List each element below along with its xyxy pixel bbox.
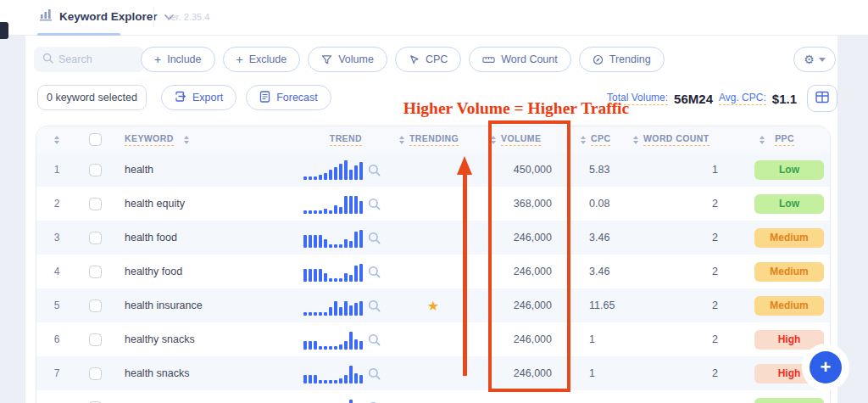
search-input[interactable] [58, 53, 135, 65]
window-edge-sliver [0, 22, 8, 39]
table-row[interactable]: 3health food246,0003.462Medium [36, 221, 830, 255]
table-grid-icon [815, 91, 829, 106]
row-checkbox[interactable] [89, 232, 102, 244]
row-checkbox[interactable] [89, 299, 102, 312]
filter-button-trending[interactable]: Trending [579, 47, 665, 72]
ppc-badge: Medium [754, 262, 824, 282]
column-settings-button[interactable] [807, 85, 837, 112]
avg-cpc-value: $1.1 [772, 92, 797, 106]
cpc-cell: 1 [576, 367, 626, 379]
filter-button-volume[interactable]: Volume [308, 47, 387, 72]
caret-down-icon [819, 58, 826, 62]
row-checkbox[interactable] [89, 198, 102, 210]
table-row[interactable]: 4healthy food246,0003.462Medium [36, 255, 830, 288]
search-box[interactable] [34, 47, 144, 72]
selected-count-box[interactable]: 0 keyword selected [37, 85, 147, 110]
search-keyword-icon[interactable] [368, 299, 381, 312]
word-count-cell: 2 [626, 266, 747, 277]
annotation-arrow-head [457, 156, 472, 175]
select-all-checkbox[interactable] [89, 133, 102, 146]
totals-summary: Total Volume: 56M24 Avg. CPC: $1.1 [607, 85, 837, 112]
keyword-table: KEYWORD TREND TRENDING VOLUME CPC WORD C… [36, 126, 831, 403]
annotation-arrow-line [463, 174, 467, 376]
search-keyword-icon[interactable] [368, 198, 381, 210]
table-row[interactable]: Low [36, 390, 830, 403]
funnel-icon [321, 54, 332, 65]
keyword-cell: healthy food [113, 266, 282, 277]
keyword-cell: healthy snacks [113, 333, 282, 345]
volume-cell: 450,000 [476, 164, 576, 176]
word-count-cell: 1 [626, 164, 747, 176]
row-number: 6 [36, 333, 77, 345]
header-cpc[interactable]: CPC [576, 133, 626, 146]
row-number: 5 [36, 299, 77, 311]
trend-sparkline [303, 329, 363, 350]
filter-button-word-count[interactable]: Word Count [469, 47, 570, 72]
table-row[interactable]: 2health equity368,0000.082Low [36, 187, 830, 221]
plus-icon: + [236, 53, 243, 65]
cpc-cell: 3.46 [576, 266, 626, 277]
export-label: Export [192, 92, 223, 104]
volume-cell: 368,000 [476, 198, 576, 210]
cpc-cell: 0.08 [576, 198, 626, 210]
forecast-button[interactable]: Forecast [246, 85, 331, 110]
filter-button-include[interactable]: +Include [141, 47, 215, 72]
word-count-cell: 2 [626, 333, 747, 345]
row-number: 7 [36, 367, 77, 379]
cpc-cell: 5.83 [576, 164, 626, 176]
volume-cell: 246,000 [476, 367, 576, 379]
ppc-badge: Medium [754, 228, 824, 248]
plus-icon: + [821, 356, 832, 378]
header-trend[interactable]: TREND [282, 133, 391, 146]
export-button[interactable]: Export [161, 85, 236, 110]
header-volume[interactable]: VOLUME [476, 133, 576, 146]
avg-cpc-label: Avg. CPC: [719, 92, 766, 105]
row-number: 3 [36, 232, 77, 243]
ppc-badge: Low [754, 160, 824, 180]
header-sort-all[interactable] [36, 136, 77, 144]
header-word-count[interactable]: WORD COUNT [626, 133, 747, 146]
volume-cell: 246,000 [476, 333, 576, 345]
search-icon [42, 52, 53, 67]
page-background-strip [837, 36, 868, 403]
keyword-cell: health food [113, 232, 282, 243]
row-checkbox[interactable] [89, 333, 102, 346]
cpc-cell: 1 [576, 333, 626, 345]
version-label: ver. 2.35.4 [166, 12, 209, 22]
word-count-cell: 2 [626, 367, 747, 379]
annotation-text: Higher Volume = Higher Traffic [397, 99, 636, 118]
add-button[interactable]: + [810, 351, 842, 383]
volume-cell: 246,000 [476, 266, 576, 277]
filter-button-exclude[interactable]: +Exclude [223, 47, 301, 72]
divider [153, 8, 154, 27]
settings-button[interactable]: ⚙ [793, 47, 836, 72]
table-row[interactable]: 1health450,0005.831Low [36, 153, 830, 187]
row-checkbox[interactable] [89, 266, 102, 278]
table-row[interactable]: 6healthy snacks246,00012High [36, 322, 830, 356]
header-ppc[interactable]: PPC [747, 133, 831, 146]
table-row[interactable]: 5health insurance★246,00011.652Medium [36, 288, 830, 322]
search-keyword-icon[interactable] [368, 266, 381, 278]
row-checkbox[interactable] [89, 367, 102, 380]
search-keyword-icon[interactable] [368, 367, 381, 380]
app-title: Keyword Explorer [59, 10, 158, 23]
row-checkbox[interactable] [89, 164, 102, 176]
search-keyword-icon[interactable] [368, 232, 381, 244]
active-tab-underline [37, 33, 120, 36]
filter-button-label: CPC [426, 53, 448, 65]
word-count-cell: 2 [626, 198, 747, 210]
table-row[interactable]: 7health snacks246,00012High [36, 356, 830, 390]
header-trending[interactable]: TRENDING [391, 133, 476, 146]
ppc-badge: Low [754, 398, 824, 403]
top-bar: Keyword Explorer ver. 2.35.4 [0, 0, 868, 36]
row-number: 1 [36, 164, 77, 176]
trend-sparkline [303, 397, 363, 403]
filter-button-label: Exclude [249, 53, 287, 65]
search-keyword-icon[interactable] [368, 333, 381, 346]
forecast-label: Forecast [276, 92, 318, 104]
search-keyword-icon[interactable] [368, 164, 381, 176]
trend-sparkline [303, 193, 363, 214]
compass-icon [593, 54, 604, 65]
filter-button-cpc[interactable]: CPC [395, 47, 461, 72]
header-keyword[interactable]: KEYWORD [113, 133, 282, 146]
